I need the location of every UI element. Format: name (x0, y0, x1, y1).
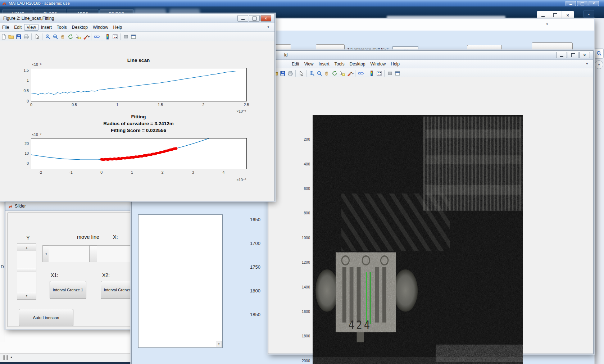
left-pad (315, 269, 339, 312)
slider-titlebar[interactable]: Slider (5, 202, 135, 211)
panel-edge-label: D (1, 264, 4, 269)
matlab-figure-icon (8, 204, 13, 208)
minimize-button[interactable] (537, 11, 549, 19)
ruler-labels: 16501700175018001850 (221, 217, 260, 336)
chevron-down-icon[interactable]: ▾ (265, 24, 272, 29)
minimize-button[interactable] (556, 52, 567, 58)
hologram-axes: 424 200400600800100012001400160018002000… (313, 115, 523, 364)
move-line-label: move line (77, 234, 99, 240)
insert-colorbar-icon[interactable] (368, 70, 375, 77)
maximize-button[interactable] (249, 15, 260, 22)
open-folder-icon[interactable] (7, 33, 15, 40)
restore-button[interactable] (577, 1, 587, 6)
green-linescan-marker (370, 272, 371, 324)
data-cursor-icon[interactable] (74, 33, 82, 40)
menu-item-window[interactable]: Window (368, 61, 389, 67)
zoom-in-icon[interactable] (308, 70, 315, 77)
menu-item-desktop[interactable]: Desktop (69, 24, 90, 31)
ruler-label-1700: 1700 (250, 241, 260, 246)
scroll-down-icon[interactable]: ▾ (216, 341, 222, 347)
y-slider-thumb[interactable] (17, 268, 36, 272)
y-slider[interactable]: ▲ ▼ (17, 244, 36, 299)
close-button[interactable]: × (562, 11, 574, 19)
field-figure-menubar: ▾ EditViewInsertToolsDesktopWindowHelp (268, 60, 593, 68)
zoom-out-icon[interactable] (315, 70, 323, 77)
zoom-in-icon[interactable] (44, 33, 51, 40)
menu-item-help[interactable]: Help (111, 24, 125, 31)
x-slider[interactable]: ◄ (42, 245, 135, 262)
field-figure-titlebar[interactable]: ld × (268, 51, 593, 60)
ruler-label-1650: 1650 (250, 217, 260, 222)
brush-dropdown-icon[interactable]: ▾ (352, 72, 354, 75)
data-cursor-icon[interactable] (338, 70, 346, 77)
y-tick-label: 0 (27, 99, 29, 103)
expand-dropdown-icon[interactable]: ▾ (595, 60, 603, 69)
insert-colorbar-icon[interactable] (104, 33, 111, 40)
ruler-label-1850: 1850 (250, 312, 260, 317)
menu-item-desktop[interactable]: Desktop (347, 61, 368, 67)
insert-legend-icon[interactable] (375, 70, 383, 77)
figure2-titlebar[interactable]: Figure 2: Line_scan,Fitting × (0, 14, 274, 23)
chevron-down-icon[interactable]: ▾ (546, 22, 548, 26)
field-figure-window: ld × ▾ EditViewInsertToolsDesktopWindowH… (268, 50, 594, 354)
menu-item-help[interactable]: Help (388, 61, 402, 67)
dock-axes-icon[interactable] (386, 70, 394, 77)
grip-handle-icon[interactable] (3, 355, 8, 360)
chevron-down-icon[interactable]: ▾ (583, 61, 590, 66)
menu-item-edit[interactable]: Edit (289, 61, 302, 67)
new-document-icon[interactable] (0, 33, 7, 40)
y-tick-label: 800 (304, 211, 310, 215)
menu-item-window[interactable]: Window (90, 24, 111, 31)
x-tick-label: 2 (202, 103, 204, 107)
minimize-button[interactable] (237, 15, 248, 22)
dock-figure-icon[interactable] (130, 33, 137, 40)
fitting-axes: -2-10123401020 (31, 138, 247, 169)
minimize-button[interactable] (566, 1, 576, 6)
save-icon[interactable] (279, 70, 286, 77)
slider-up-button[interactable]: ▲ (17, 244, 36, 251)
rotate-3d-icon[interactable] (67, 33, 74, 40)
collapse-ribbon-button[interactable]: ▲ (583, 10, 594, 18)
close-button[interactable]: × (579, 52, 590, 58)
pan-hand-icon[interactable] (59, 33, 67, 40)
print-icon[interactable] (286, 70, 294, 77)
line-scan-axes: 00.511.522.500.511.5 (31, 68, 247, 101)
save-icon[interactable] (15, 33, 22, 40)
maximize-button[interactable] (568, 52, 578, 58)
menu-item-insert[interactable]: Insert (38, 24, 54, 31)
menu-item-tools[interactable]: Tools (332, 61, 347, 67)
menu-item-file[interactable]: File (0, 24, 12, 31)
menu-item-view[interactable]: View (24, 24, 38, 31)
line-scan-y-exponent: ×10⁻⁶ (32, 62, 42, 67)
link-plot-icon[interactable] (357, 70, 364, 77)
listbox[interactable]: ▾ (138, 214, 223, 348)
menu-item-edit[interactable]: Edit (12, 24, 24, 31)
menu-item-tools[interactable]: Tools (54, 24, 69, 31)
x-slider-thumb[interactable] (89, 245, 97, 262)
insert-legend-icon[interactable] (111, 33, 119, 40)
grip-arrow-icon[interactable]: ▲ (10, 356, 13, 358)
cursor-arrow-icon[interactable] (297, 70, 305, 77)
zoom-out-icon[interactable] (51, 33, 59, 40)
link-plot-icon[interactable] (93, 33, 100, 40)
fit-axes-plot (31, 138, 246, 169)
dock-axes-icon[interactable] (122, 33, 130, 40)
slider-down-button[interactable]: ▼ (17, 292, 36, 300)
search-icon[interactable] (594, 48, 604, 59)
dock-figure-icon[interactable] (394, 70, 401, 77)
menu-item-view[interactable]: View (302, 61, 316, 67)
x1-label: X1: (51, 272, 58, 278)
print-icon[interactable] (22, 33, 30, 40)
brush-dropdown-icon[interactable]: ▾ (88, 35, 90, 38)
interval-grenze-1-button[interactable]: Interval Grenze 1 (50, 281, 86, 299)
close-button[interactable]: × (260, 15, 271, 22)
x-tick-label: 4 (222, 170, 224, 174)
menu-item-insert[interactable]: Insert (316, 61, 332, 67)
rotate-3d-icon[interactable] (331, 70, 338, 77)
auto-linescan-button[interactable]: Auto Linescan (19, 309, 73, 326)
close-button[interactable]: × (589, 1, 599, 6)
fitting-x-exponent: ×10⁻³ (224, 178, 246, 182)
restore-button[interactable] (549, 11, 562, 19)
cursor-arrow-icon[interactable] (33, 33, 41, 40)
pan-hand-icon[interactable] (323, 70, 331, 77)
